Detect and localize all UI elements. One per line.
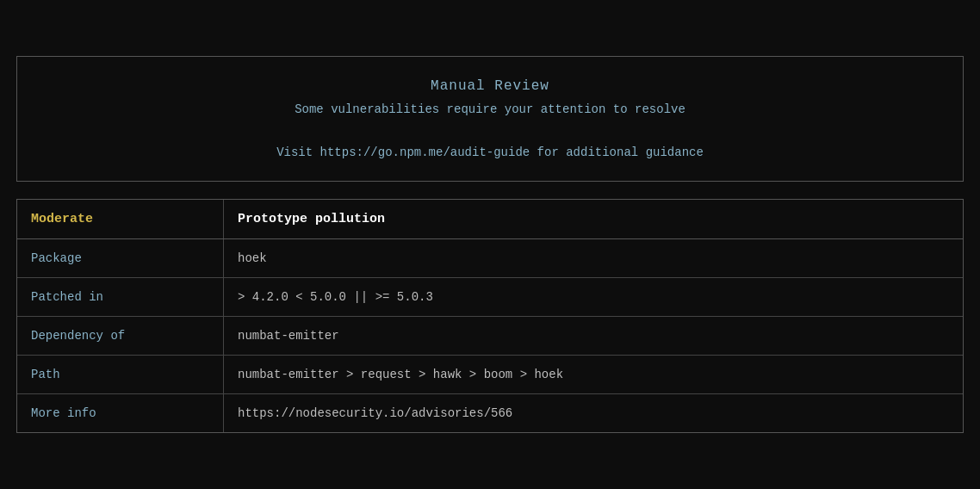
manual-review-banner: Manual Review Some vulnerabilities requi…	[16, 56, 964, 182]
row-value-package: hoek	[224, 239, 963, 277]
table-row: Patched in > 4.2.0 < 5.0.0 || >= 5.0.3	[17, 278, 963, 317]
row-value-patched: > 4.2.0 < 5.0.0 || >= 5.0.3	[224, 278, 963, 316]
row-value-dependency: numbat-emitter	[224, 317, 963, 355]
table-row: Path numbat-emitter > request > hawk > b…	[17, 356, 963, 394]
vuln-title-cell: Prototype pollution	[224, 200, 963, 238]
row-value-path: numbat-emitter > request > hawk > boom >…	[224, 356, 963, 393]
row-label-dependency: Dependency of	[17, 317, 224, 355]
vulnerability-table: Moderate Prototype pollution Package hoe…	[16, 199, 964, 433]
row-label-more-info: More info	[17, 394, 224, 432]
row-label-path: Path	[17, 356, 224, 393]
row-value-more-info[interactable]: https://nodesecurity.io/advisories/566	[224, 394, 963, 432]
banner-subtitle: Some vulnerabilities require your attent…	[34, 99, 946, 121]
severity-cell: Moderate	[17, 200, 224, 238]
row-label-package: Package	[17, 239, 224, 277]
banner-guidance: Visit https://go.npm.me/audit-guide for …	[34, 142, 946, 164]
table-header-row: Moderate Prototype pollution	[17, 200, 963, 239]
row-label-patched: Patched in	[17, 278, 224, 316]
table-row: Dependency of numbat-emitter	[17, 317, 963, 356]
vuln-title: Prototype pollution	[238, 212, 385, 226]
main-container: Manual Review Some vulnerabilities requi…	[16, 56, 964, 433]
banner-title: Manual Review	[34, 74, 946, 99]
severity-badge: Moderate	[31, 212, 93, 226]
table-row: Package hoek	[17, 239, 963, 278]
table-row: More info https://nodesecurity.io/adviso…	[17, 394, 963, 432]
